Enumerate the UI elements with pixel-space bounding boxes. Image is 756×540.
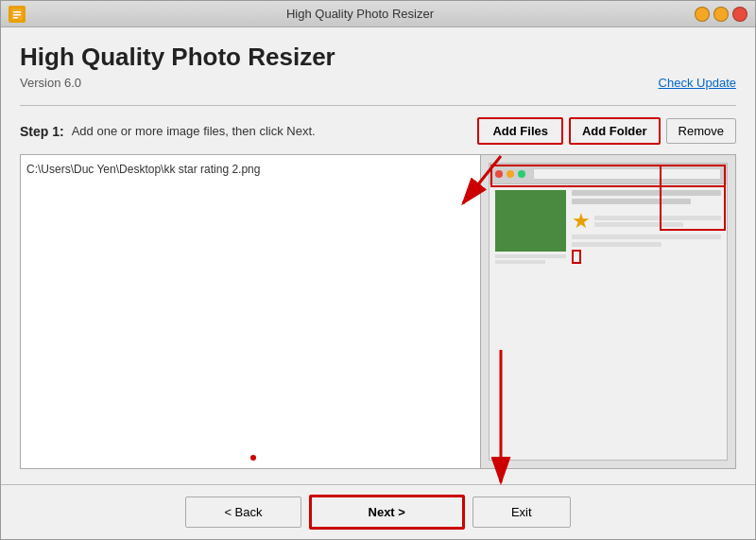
- svg-rect-2: [13, 14, 21, 16]
- svg-rect-3: [13, 17, 18, 19]
- main-area: C:\Users\Duc Yen\Desktop\kk star rating …: [20, 154, 736, 469]
- main-window: High Quality Photo Resizer High Quality …: [0, 0, 756, 540]
- title-bar: High Quality Photo Resizer: [1, 1, 755, 27]
- dot-indicator: [250, 455, 256, 461]
- maximize-button[interactable]: [713, 7, 729, 22]
- version-row: Version 6.0 Check Update: [20, 76, 736, 90]
- version-text: Version 6.0: [20, 76, 81, 90]
- step-buttons: Add Files Add Folder Remove: [477, 117, 736, 145]
- app-title: High Quality Photo Resizer: [20, 43, 736, 72]
- divider: [20, 105, 736, 106]
- add-files-button[interactable]: Add Files: [477, 117, 563, 145]
- main-content: High Quality Photo Resizer Version 6.0 C…: [1, 27, 755, 484]
- step-row: Step 1: Add one or more image files, the…: [20, 117, 736, 145]
- back-button[interactable]: < Back: [185, 496, 301, 528]
- next-button[interactable]: Next >: [309, 495, 465, 530]
- close-button[interactable]: [732, 7, 747, 22]
- svg-rect-1: [13, 11, 21, 13]
- add-folder-button[interactable]: Add Folder: [569, 117, 661, 145]
- bottom-bar: < Back Next > Exit: [1, 484, 755, 539]
- preview-area: ★: [481, 154, 736, 469]
- preview-image: ★: [481, 155, 735, 468]
- window-controls: [695, 7, 747, 22]
- remove-button[interactable]: Remove: [666, 118, 736, 144]
- file-list[interactable]: C:\Users\Duc Yen\Desktop\kk star rating …: [20, 154, 481, 469]
- app-icon: [9, 6, 26, 23]
- list-item: C:\Users\Duc Yen\Desktop\kk star rating …: [26, 161, 474, 178]
- window-title: High Quality Photo Resizer: [26, 7, 695, 21]
- minimize-button[interactable]: [695, 7, 710, 22]
- exit-button[interactable]: Exit: [472, 496, 571, 528]
- step-label: Step 1:: [20, 124, 64, 139]
- check-update-link[interactable]: Check Update: [659, 76, 736, 90]
- step-description: Add one or more image files, then click …: [72, 124, 471, 138]
